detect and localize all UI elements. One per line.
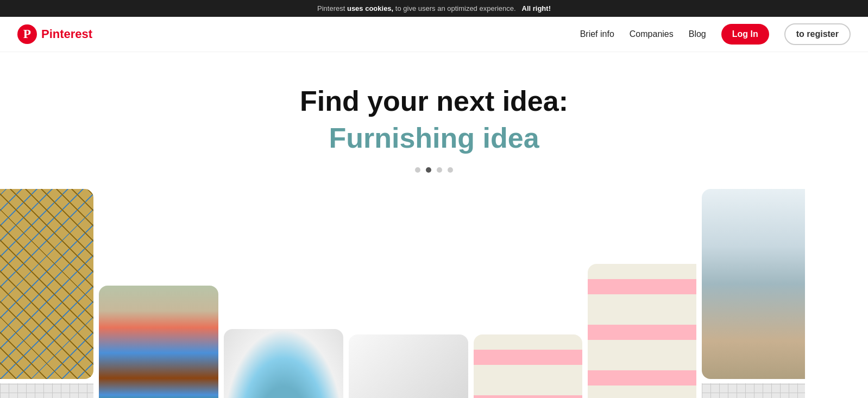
left-column [0, 189, 93, 398]
pinterest-logo-icon: P [17, 24, 37, 44]
dot-3[interactable] [437, 167, 442, 173]
image-card-bathroom-sink [224, 329, 343, 398]
image-card-pattern [0, 383, 93, 398]
nav-blog[interactable]: Blog [689, 29, 706, 39]
svg-text:P: P [23, 27, 31, 41]
center-card-wrapper [349, 334, 468, 398]
login-button[interactable]: Log In [721, 24, 769, 45]
carousel-dots [11, 167, 857, 173]
hero-section: Find your next idea: Furnishing idea [0, 52, 868, 189]
image-grid [0, 189, 868, 398]
logo-text: Pinterest [41, 27, 92, 41]
image-card-grey [702, 383, 805, 398]
header: P Pinterest Brief info Companies Blog Lo… [0, 17, 868, 52]
image-card-room [702, 189, 805, 379]
hero-title: Find your next idea: [11, 85, 857, 117]
image-card-bedroom [99, 286, 218, 398]
image-card-stairs-right [588, 264, 696, 398]
cookie-accept-link[interactable]: All right! [522, 4, 551, 12]
register-button[interactable]: to register [784, 23, 851, 45]
image-card-moroccan-tiles [0, 189, 93, 379]
dot-4[interactable] [448, 167, 453, 173]
nav-brief-info[interactable]: Brief info [580, 29, 614, 39]
right-column [588, 264, 696, 398]
nav-companies[interactable]: Companies [630, 29, 674, 39]
dot-2[interactable] [426, 167, 431, 173]
cookie-banner: Pinterest uses cookies, to give users an… [0, 0, 868, 17]
image-card-floral-stairs [474, 334, 582, 398]
hero-subtitle: Furnishing idea [11, 122, 857, 154]
dot-1[interactable] [415, 167, 420, 173]
cookie-text: Pinterest uses cookies, to give users an… [317, 4, 551, 12]
far-right-column [702, 189, 805, 398]
logo-link[interactable]: P Pinterest [17, 24, 92, 44]
image-card-white-box [349, 334, 468, 398]
main-nav: Brief info Companies Blog Log In to regi… [580, 23, 851, 45]
